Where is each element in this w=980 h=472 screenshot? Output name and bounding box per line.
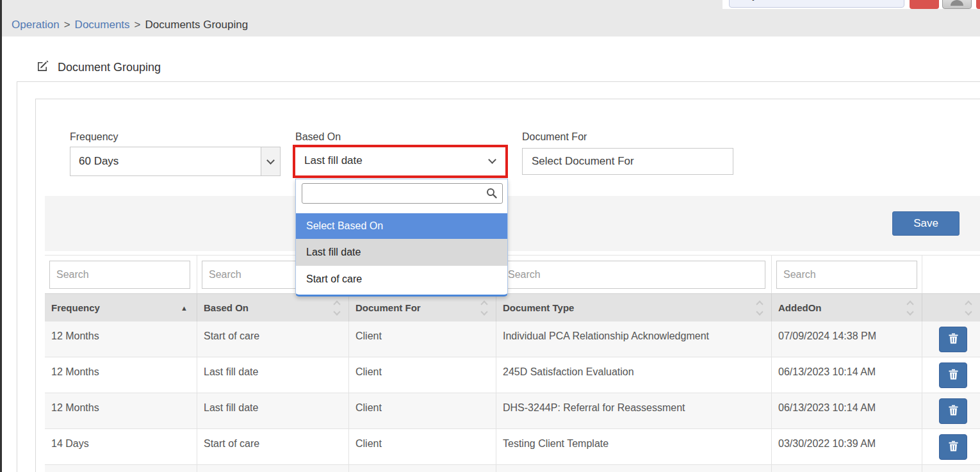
dropdown-option[interactable]: Select Based On: [296, 213, 507, 239]
table-search-row: [45, 255, 980, 293]
page-title: Document Grouping: [58, 61, 161, 74]
sort-icon: [482, 302, 487, 314]
sort-icon: [757, 302, 762, 314]
cell-added-on: 06/13/2023 10:14 AM: [772, 393, 922, 428]
dropdown-search-input[interactable]: [302, 183, 503, 204]
cell-added-on: 03/30/2022 10:39 AM: [772, 429, 922, 464]
cell-based-on: Start of care: [197, 429, 349, 464]
select-arrow-segment: [261, 147, 280, 175]
search-input-document-type[interactable]: [501, 261, 765, 289]
panel-header: Document Grouping: [17, 53, 980, 82]
delete-button[interactable]: [939, 327, 967, 352]
cell-based-on: Last fill date: [197, 357, 349, 393]
dropdown-option[interactable]: Last fill date: [296, 239, 507, 266]
user-menu-button[interactable]: [942, 0, 972, 9]
table-row: 14 Days Start of care Client Testing Cli…: [45, 429, 980, 465]
cell-document-type: Testing Client Template: [496, 429, 772, 464]
cell-based-on: Last fill date: [197, 393, 349, 428]
cell-document-for: Client: [349, 429, 496, 464]
frequency-select[interactable]: 60 Days: [70, 147, 281, 176]
chevron-down-icon: [488, 156, 496, 164]
search-input-added-on[interactable]: [776, 261, 917, 289]
cell-frequency: 14 Days: [45, 429, 197, 464]
company-selector[interactable]: BilllyoCBM7: [729, 0, 904, 8]
breadcrumb-separator: >: [135, 19, 141, 31]
search-input-frequency[interactable]: [49, 261, 190, 289]
cell-document-for: Client: [349, 357, 496, 393]
highlight-box: Last fill date: [293, 145, 508, 178]
sort-icon: [334, 302, 339, 314]
dropdown-options: Select Based On Last fill date Start of …: [296, 213, 507, 293]
document-for-input[interactable]: [522, 148, 733, 175]
table-row: 12 Months Last fill date Client DHS-3244…: [45, 393, 980, 429]
table-row: 12 Months Last fill date Client 245D Sat…: [45, 357, 980, 393]
based-on-selected-value: Last fill date: [304, 154, 363, 167]
column-header-document-for[interactable]: Document For: [349, 294, 496, 321]
cell-based-on: Start of care: [197, 321, 349, 357]
breadcrumb-link-documents[interactable]: Documents: [75, 19, 130, 31]
app-window: Operation > Documents > Documents Groupi…: [0, 0, 980, 472]
sort-icon: [908, 302, 913, 314]
cell-added-on: 06/13/2023 10:14 AM: [772, 357, 922, 393]
switch-company-button[interactable]: ⇄: [910, 0, 939, 9]
trash-icon: [949, 441, 958, 454]
column-header-added-on[interactable]: AddedOn: [772, 294, 922, 321]
breadcrumb-link-operation[interactable]: Operation: [12, 19, 60, 31]
delete-button[interactable]: [939, 398, 967, 424]
cell-document-type: 245D Satisfaction Evaluation: [496, 357, 772, 393]
trash-icon: [949, 369, 958, 382]
sort-icon: [966, 302, 971, 314]
header-action-button[interactable]: [976, 0, 980, 9]
edit-icon: [37, 60, 49, 75]
delete-button[interactable]: [939, 434, 967, 460]
table-row-partial: [45, 465, 980, 472]
cell-document-type: Individual PCA Relationship Acknowledgme…: [496, 321, 772, 357]
document-for-label: Document For: [522, 131, 587, 143]
user-icon: [949, 0, 965, 8]
search-icon: [486, 188, 497, 201]
cell-document-for: Client: [349, 321, 496, 357]
column-header-actions[interactable]: [922, 294, 980, 321]
cell-document-type: DHS-3244P: Referral for Reassessment: [496, 393, 772, 428]
sidebar-edge: [0, 0, 2, 472]
based-on-select[interactable]: Last fill date: [295, 147, 505, 175]
trash-icon: [949, 333, 958, 346]
toolbar-band: [45, 196, 980, 251]
cell-frequency: 12 Months: [45, 321, 197, 357]
chevron-down-icon: [266, 156, 275, 165]
breadcrumb: Operation > Documents > Documents Groupi…: [12, 19, 248, 31]
column-header-frequency[interactable]: Frequency ▲: [45, 294, 197, 321]
save-button[interactable]: Save: [892, 211, 960, 236]
dropdown-option[interactable]: Start of care: [296, 266, 507, 293]
switch-icon: ⇄: [920, 0, 929, 2]
table-body: 12 Months Start of care Client Individua…: [45, 321, 980, 465]
delete-button[interactable]: [939, 362, 967, 388]
breadcrumb-separator: >: [64, 19, 70, 31]
sort-asc-icon: ▲: [181, 304, 188, 312]
cell-frequency: 12 Months: [45, 357, 197, 393]
based-on-dropdown: Select Based On Last fill date Start of …: [295, 179, 508, 297]
table-header-row: Frequency ▲ Based On Document For Docume…: [45, 293, 980, 321]
documents-table: Frequency ▲ Based On Document For Docume…: [45, 255, 980, 472]
cell-document-for: Client: [349, 393, 496, 428]
frequency-selected-value: 60 Days: [79, 155, 118, 167]
trash-icon: [949, 405, 958, 418]
frequency-label: Frequency: [70, 131, 118, 143]
cell-frequency: 12 Months: [45, 393, 197, 428]
breadcrumb-current: Documents Grouping: [145, 19, 249, 31]
based-on-label: Based On: [295, 131, 341, 143]
column-header-based-on[interactable]: Based On: [197, 294, 349, 321]
column-header-document-type[interactable]: Document Type: [496, 294, 772, 321]
cell-added-on: 07/09/2024 14:38 PM: [772, 321, 922, 357]
table-row: 12 Months Start of care Client Individua…: [45, 321, 980, 357]
